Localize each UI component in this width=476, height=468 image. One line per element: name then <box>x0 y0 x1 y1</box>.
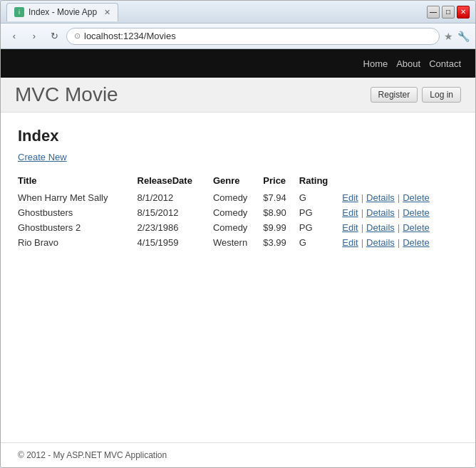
cell-price: $3.99 <box>263 235 299 250</box>
cell-genre: Western <box>213 235 263 250</box>
separator: | <box>361 207 363 218</box>
cell-title: Ghostbusters 2 <box>18 220 138 235</box>
app-subheader: MVC Movie Register Log in <box>1 78 475 113</box>
address-icon: ⊙ <box>74 31 81 41</box>
cell-actions: Edit | Details | Delete <box>342 205 458 220</box>
details-link[interactable]: Details <box>366 192 395 203</box>
cell-genre: Comedy <box>213 220 263 235</box>
table-row: Ghostbusters 8/15/2012 Comedy $8.90 PG E… <box>18 205 458 220</box>
separator: | <box>361 222 363 233</box>
footer-text: © 2012 - My ASP.NET MVC Application <box>18 450 167 460</box>
window-controls: — □ ✕ <box>427 6 470 19</box>
col-header-price: Price <box>263 172 299 190</box>
details-link[interactable]: Details <box>366 237 395 248</box>
tab-label: Index - Movie App <box>29 7 97 17</box>
cell-rating: PG <box>299 220 342 235</box>
cell-releasedate: 8/15/2012 <box>138 205 213 220</box>
cell-title: Rio Bravo <box>18 235 138 250</box>
tools-button[interactable]: 🔧 <box>457 31 470 42</box>
movies-table: Title ReleaseDate Genre Price Rating Whe… <box>18 172 458 250</box>
title-bar: i Index - Movie App ✕ — □ ✕ <box>1 1 475 24</box>
edit-link[interactable]: Edit <box>342 222 358 233</box>
cell-releasedate: 2/23/1986 <box>138 220 213 235</box>
cell-releasedate: 4/15/1959 <box>138 235 213 250</box>
browser-tab[interactable]: i Index - Movie App ✕ <box>6 3 118 21</box>
separator: | <box>361 237 363 248</box>
back-button[interactable]: ‹ <box>6 28 22 44</box>
separator: | <box>398 222 400 233</box>
table-row: Rio Bravo 4/15/1959 Western $3.99 G Edit… <box>18 235 458 250</box>
refresh-button[interactable]: ↻ <box>46 28 62 44</box>
separator: | <box>398 237 400 248</box>
nav-item-contact[interactable]: Contact <box>429 58 461 69</box>
cell-price: $8.90 <box>263 205 299 220</box>
cell-releasedate: 8/1/2012 <box>138 190 213 205</box>
col-header-rating: Rating <box>299 172 342 190</box>
page-title: Index <box>18 127 458 145</box>
nav-item-home[interactable]: Home <box>363 58 388 69</box>
close-button[interactable]: ✕ <box>457 6 470 19</box>
app-brand: MVC Movie <box>15 83 118 106</box>
main-content: Index Create New Title ReleaseDate Genre… <box>1 113 475 442</box>
table-row: When Harry Met Sally 8/1/2012 Comedy $7.… <box>18 190 458 205</box>
col-header-releasedate: ReleaseDate <box>138 172 213 190</box>
separator: | <box>361 192 363 203</box>
cell-rating: PG <box>299 205 342 220</box>
forward-button[interactable]: › <box>26 28 42 44</box>
cell-rating: G <box>299 190 342 205</box>
nav-item-about[interactable]: About <box>396 58 420 69</box>
separator: | <box>398 207 400 218</box>
delete-link[interactable]: Delete <box>403 192 430 203</box>
cell-actions: Edit | Details | Delete <box>342 190 458 205</box>
cell-title: Ghostbusters <box>18 205 138 220</box>
details-link[interactable]: Details <box>366 207 395 218</box>
cell-rating: G <box>299 235 342 250</box>
app-nav-links: Home About Contact <box>363 58 461 69</box>
cell-genre: Comedy <box>213 190 263 205</box>
edit-link[interactable]: Edit <box>342 237 358 248</box>
edit-link[interactable]: Edit <box>342 207 358 218</box>
tab-favicon: i <box>14 7 24 17</box>
cell-price: $9.99 <box>263 220 299 235</box>
col-header-genre: Genre <box>213 172 263 190</box>
auth-buttons: Register Log in <box>371 87 461 103</box>
login-button[interactable]: Log in <box>422 87 461 103</box>
cell-actions: Edit | Details | Delete <box>342 220 458 235</box>
tab-close-button[interactable]: ✕ <box>104 8 110 17</box>
table-row: Ghostbusters 2 2/23/1986 Comedy $9.99 PG… <box>18 220 458 235</box>
col-header-actions <box>342 172 458 190</box>
cell-genre: Comedy <box>213 205 263 220</box>
register-button[interactable]: Register <box>371 87 418 103</box>
bookmark-button[interactable]: ★ <box>444 31 453 42</box>
cell-price: $7.94 <box>263 190 299 205</box>
minimize-button[interactable]: — <box>427 6 440 19</box>
separator: | <box>398 192 400 203</box>
delete-link[interactable]: Delete <box>403 222 430 233</box>
details-link[interactable]: Details <box>366 222 395 233</box>
create-new-link[interactable]: Create New <box>18 152 67 162</box>
app-window: Home About Contact MVC Movie Register Lo… <box>1 49 475 467</box>
table-header-row: Title ReleaseDate Genre Price Rating <box>18 172 458 190</box>
app-header: Home About Contact <box>1 49 475 78</box>
cell-actions: Edit | Details | Delete <box>342 235 458 250</box>
app-footer: © 2012 - My ASP.NET MVC Application <box>1 442 475 467</box>
browser-nav-bar: ‹ › ↻ ⊙ localhost:1234/Movies ★ 🔧 <box>1 24 475 49</box>
edit-link[interactable]: Edit <box>342 192 358 203</box>
cell-title: When Harry Met Sally <box>18 190 138 205</box>
maximize-button[interactable]: □ <box>442 6 455 19</box>
delete-link[interactable]: Delete <box>403 237 430 248</box>
address-text: localhost:1234/Movies <box>84 31 432 41</box>
delete-link[interactable]: Delete <box>403 207 430 218</box>
col-header-title: Title <box>18 172 138 190</box>
address-bar[interactable]: ⊙ localhost:1234/Movies <box>66 28 440 45</box>
